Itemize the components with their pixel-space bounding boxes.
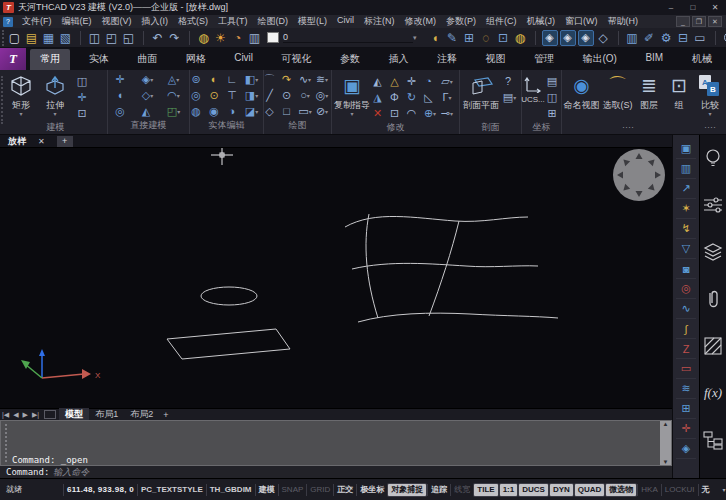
bulb-icon[interactable] (702, 147, 724, 169)
ribbon-tool-icon[interactable]: ◰▾ (162, 103, 188, 119)
save-as-icon[interactable]: ▧ (57, 29, 74, 46)
undo-icon[interactable]: ↶ (149, 29, 166, 46)
mdi-close-button[interactable]: ✕ (708, 16, 722, 27)
ribbon-tool-icon[interactable]: ◪▾ (244, 103, 262, 119)
separator[interactable] (612, 31, 619, 45)
tool-palette-icon[interactable]: ◖ (427, 29, 444, 46)
ribbon-tool-icon[interactable]: ◇ (264, 103, 281, 119)
scroll-up-icon[interactable]: ▲ (663, 421, 669, 427)
ribbon-tool-icon[interactable]: ▤ (544, 73, 560, 89)
save-icon[interactable]: ▦ (40, 29, 57, 46)
selection-button[interactable]: ⌒ 选取(S) (601, 72, 634, 122)
named-views-button[interactable]: ◉ 命名视图 (562, 72, 601, 122)
ribbon-tool-icon[interactable]: ◭ (372, 73, 389, 89)
print-icon[interactable]: ▥ (246, 29, 263, 46)
view-iso-ne-icon[interactable]: ◈ (578, 30, 594, 46)
navigation-compass[interactable] (613, 149, 665, 201)
extrude-tool-button[interactable]: 拉伸 ▾ (38, 72, 72, 122)
menu-item[interactable]: 帮助(H) (603, 15, 644, 28)
filter-tool-icon[interactable]: ▽ (676, 239, 696, 259)
help-icon[interactable]: ? (721, 29, 726, 46)
adjust-sliders-icon[interactable] (702, 194, 724, 216)
layout-list-icon[interactable] (44, 410, 56, 419)
spline-tool-icon[interactable]: ∫ (676, 319, 696, 339)
axis-tool-icon[interactable]: ✛ (676, 419, 696, 439)
ribbon-tool-icon[interactable]: ◠▾ (162, 87, 188, 103)
status-dropdown-icon[interactable]: ▾ (717, 486, 726, 493)
status-toggle[interactable]: 1:1 (500, 484, 518, 496)
ribbon-tool-icon[interactable]: ◎ (110, 103, 136, 119)
ribbon-tool-icon[interactable]: ∿▾ (298, 71, 315, 87)
sun-icon[interactable]: ☀ (212, 29, 229, 46)
ribbon-tool-icon[interactable]: ▱▾ (440, 73, 457, 89)
ribbon-tab[interactable]: 注释 (427, 49, 467, 70)
ribbon-tab[interactable]: 曲面 (127, 49, 167, 70)
menu-item[interactable]: 工具(T) (213, 15, 253, 28)
status-toggle[interactable]: 无 (698, 484, 713, 496)
plot-icon[interactable]: ◫ (86, 29, 103, 46)
status-toggle[interactable]: QUAD (575, 484, 605, 496)
menu-item[interactable]: 文件(F) (17, 15, 57, 28)
command-input-hint[interactable]: 输入命令 (53, 466, 89, 479)
group-button[interactable]: ⊡ 组 (664, 72, 694, 122)
status-toggle[interactable]: HKA (637, 484, 660, 496)
ribbon-tool-icon[interactable]: ◍ (190, 103, 208, 119)
ribbon-tab[interactable]: 管理 (524, 49, 564, 70)
status-toggle[interactable]: 611.48, 933.98, 0 (63, 484, 137, 496)
ribbon-tool-icon[interactable]: ◎▾ (315, 87, 332, 103)
maximize-button[interactable]: □ (682, 0, 704, 15)
ribbon-tool-icon[interactable]: ▭▾ (298, 103, 315, 119)
status-toggle[interactable]: GRID (306, 484, 333, 496)
ribbon-tool-icon[interactable]: ⊡ (389, 105, 406, 121)
status-toggle[interactable]: TILE (474, 484, 497, 496)
settings-icon[interactable]: ⚙ (658, 29, 675, 46)
status-toggle[interactable]: LOCKUI (661, 484, 698, 496)
menu-item[interactable]: 插入(I) (137, 15, 174, 28)
view-iso-sw-icon[interactable]: ◈ (542, 30, 558, 46)
menu-item[interactable]: 窗口(W) (560, 15, 603, 28)
command-scrollbar[interactable]: ▲ ▼ (660, 421, 671, 465)
status-toggle[interactable]: 建模 (255, 484, 278, 496)
menu-item[interactable]: Civil (332, 15, 359, 28)
ribbon-tool-icon[interactable]: ◨▾ (244, 87, 262, 103)
ribbon-tool-icon[interactable]: ◈▾ (136, 71, 162, 87)
ribbon-tool-icon[interactable]: ◫ (72, 73, 92, 89)
materials-icon[interactable]: ◔ (229, 29, 246, 46)
ribbon-tool-icon[interactable]: ⊙ (281, 87, 298, 103)
separator[interactable] (74, 31, 81, 45)
ribbon-tool-icon[interactable]: ◎ (190, 87, 208, 103)
ribbon-tool-icon[interactable]: ∟ (226, 71, 244, 87)
ribbon-tool-icon[interactable]: ◬▾ (162, 71, 188, 87)
ribbon-tab[interactable]: 输出(O) (572, 49, 626, 70)
view-iso-se-icon[interactable]: ◈ (560, 30, 576, 46)
ribbon-tool-icon[interactable]: ⊤ (226, 87, 244, 103)
menu-item[interactable]: 视图(V) (97, 15, 137, 28)
hierarchy-icon[interactable] (702, 429, 724, 451)
plot-preview-icon[interactable]: ◰ (103, 29, 120, 46)
status-toggle[interactable]: 就绪 (0, 484, 25, 496)
report-tool-icon[interactable]: ▥ (676, 159, 696, 179)
menu-item[interactable]: 标注(N) (359, 15, 400, 28)
ribbon-tool-icon[interactable]: ◇▾ (136, 87, 162, 103)
status-toggle[interactable]: 正交 (333, 484, 356, 496)
select-similar-icon[interactable]: ⊞ (461, 29, 478, 46)
close-drawing-icon[interactable]: ✕ (32, 137, 51, 146)
ribbon-tool-icon[interactable]: ╱ (264, 87, 281, 103)
match-tool-icon[interactable]: ≋ (676, 379, 696, 399)
ribbon-tab[interactable]: 参数 (330, 49, 370, 70)
ribbon-tool-icon[interactable]: ◧▾ (244, 71, 262, 87)
section-plane-button[interactable]: 剖面平面 (460, 72, 502, 122)
menu-item[interactable]: 编辑(E) (57, 15, 97, 28)
ribbon-tool-icon[interactable]: ◠ (406, 105, 423, 121)
object-filter-icon[interactable]: ⊡ (495, 29, 512, 46)
ribbon-tool-icon[interactable]: ◉ (208, 103, 226, 119)
ribbon-tool-icon[interactable]: ◺ (423, 89, 440, 105)
ribbon-tool-icon[interactable]: ◔ (423, 73, 440, 89)
ribbon-tool-icon[interactable]: ≋▾ (315, 71, 332, 87)
ribbon-tab[interactable]: BIM (635, 49, 673, 70)
redo-icon[interactable]: ↷ (166, 29, 183, 46)
status-toggle[interactable]: 微选物 (606, 484, 636, 496)
properties-panel-icon[interactable]: ▥ (624, 29, 641, 46)
ribbon-tool-icon[interactable]: ? (502, 73, 520, 89)
command-input-row[interactable]: Command: 输入命令 (0, 466, 672, 478)
